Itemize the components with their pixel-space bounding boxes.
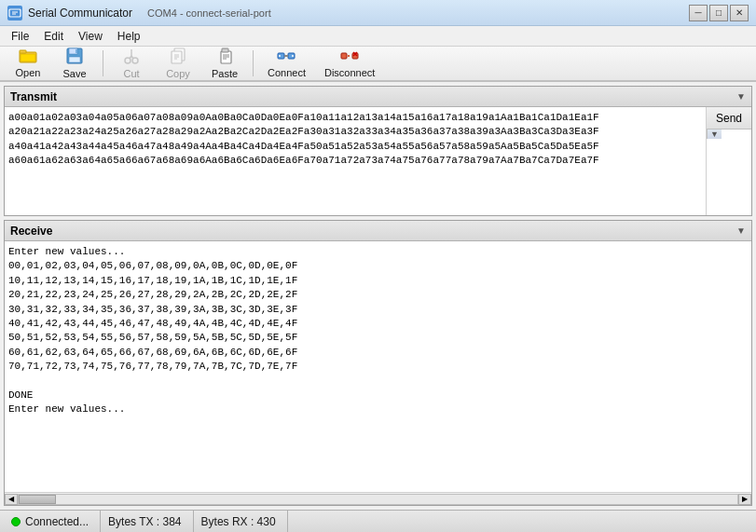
send-area: Send ▼ (706, 107, 751, 215)
svg-rect-4 (20, 50, 26, 53)
separator-2 (253, 50, 254, 76)
status-bar: Connected... Bytes TX : 384 Bytes RX : 4… (0, 510, 756, 532)
open-label: Open (16, 67, 41, 78)
menu-edit[interactable]: Edit (36, 28, 71, 45)
hscroll-track[interactable] (18, 494, 738, 505)
window-subtitle: COM4 - connect-serial-port (147, 7, 271, 19)
hscroll-right-button[interactable]: ▶ (738, 494, 751, 505)
main-content: Transmit ▼ Send ▼ Receive ▼ ◀ ▶ (0, 82, 756, 510)
svg-rect-21 (222, 48, 228, 52)
disconnect-label: Disconnect (324, 67, 375, 78)
svg-line-13 (131, 56, 133, 59)
menu-file[interactable]: File (4, 28, 36, 45)
open-icon (19, 48, 37, 66)
svg-rect-0 (9, 9, 21, 17)
window-title: Serial Communicator (28, 7, 132, 20)
connection-status: Connected... (7, 511, 101, 532)
transmit-panel-expand-button[interactable]: ▼ (707, 130, 722, 139)
svg-point-29 (292, 55, 294, 57)
connection-status-text: Connected... (25, 515, 89, 528)
receive-panel: Receive ▼ ◀ ▶ (4, 220, 752, 506)
separator-1 (103, 50, 103, 76)
svg-rect-5 (21, 54, 35, 61)
receive-header: Receive ▼ (5, 221, 751, 241)
transmit-expand-icon: ▼ (736, 91, 746, 102)
maximize-button[interactable]: □ (709, 5, 728, 21)
open-button[interactable]: Open (6, 48, 50, 78)
receive-title: Receive (10, 225, 52, 238)
connect-label: Connect (268, 67, 306, 78)
hscroll-left-button[interactable]: ◀ (5, 494, 18, 505)
transmit-panel: Transmit ▼ Send ▼ (4, 86, 752, 216)
cut-label: Cut (123, 68, 139, 79)
menu-help[interactable]: Help (110, 28, 148, 45)
receive-content (5, 241, 751, 492)
menu-view[interactable]: View (71, 28, 110, 45)
svg-rect-30 (341, 53, 347, 59)
copy-button[interactable]: Copy (156, 48, 200, 78)
bytes-tx-status: Bytes TX : 384 (101, 511, 194, 532)
svg-rect-8 (69, 57, 80, 62)
paste-label: Paste (212, 68, 238, 79)
svg-point-28 (279, 55, 281, 57)
title-left: Serial Communicator COM4 - connect-seria… (7, 6, 271, 20)
menu-bar: File Edit View Help (0, 26, 756, 47)
hscroll-thumb[interactable] (19, 495, 56, 504)
window-controls: ─ □ ✕ (689, 5, 749, 21)
send-button[interactable]: Send (707, 107, 751, 130)
close-button[interactable]: ✕ (730, 5, 749, 21)
svg-rect-9 (76, 49, 77, 53)
paste-button[interactable]: Paste (202, 48, 247, 78)
receive-textarea[interactable] (5, 241, 751, 492)
bytes-rx-text: Bytes RX : 430 (201, 515, 276, 528)
bytes-rx-status: Bytes RX : 430 (194, 511, 288, 532)
toolbar: Open Save Cut (0, 47, 756, 82)
svg-rect-27 (284, 55, 288, 57)
paste-icon (216, 48, 233, 67)
connection-indicator (11, 517, 21, 526)
title-bar: Serial Communicator COM4 - connect-seria… (0, 0, 756, 26)
transmit-header: Transmit ▼ (5, 87, 751, 107)
save-button[interactable]: Save (52, 48, 97, 78)
receive-horizontal-scrollbar[interactable]: ◀ ▶ (5, 492, 751, 505)
minimize-button[interactable]: ─ (689, 5, 708, 21)
bytes-tx-text: Bytes TX : 384 (108, 515, 182, 528)
connect-icon (277, 48, 296, 66)
copy-icon (170, 48, 186, 67)
transmit-content: Send ▼ (5, 107, 751, 215)
transmit-title: Transmit (10, 90, 57, 103)
cut-icon (123, 48, 140, 67)
disconnect-button[interactable]: Disconnect (316, 48, 383, 78)
cut-button[interactable]: Cut (109, 48, 154, 78)
disconnect-icon (340, 48, 359, 66)
save-icon (66, 48, 83, 67)
save-label: Save (62, 68, 86, 79)
copy-label: Copy (166, 68, 190, 79)
app-icon (7, 6, 22, 20)
connect-button[interactable]: Connect (259, 48, 314, 78)
receive-expand-icon: ▼ (736, 225, 746, 236)
transmit-textarea[interactable] (5, 107, 706, 215)
